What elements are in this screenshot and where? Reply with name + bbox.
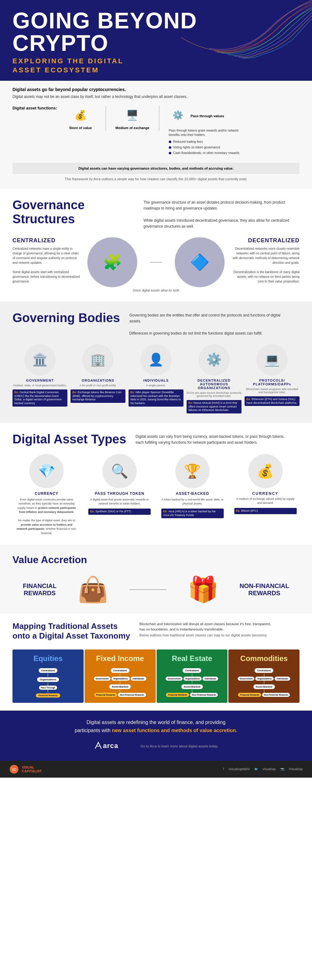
body-individuals: 👤 INDIVIDUALS A single person. Ex: NBA p… bbox=[129, 344, 183, 414]
individuals-subtitle: A single person. bbox=[129, 384, 183, 387]
fi-branch1: Government Organizations Individuals bbox=[94, 677, 146, 681]
fixed-income-title: Fixed Income bbox=[88, 654, 153, 663]
vc-logo-icon: VC bbox=[10, 765, 19, 774]
svg-text:arca: arca bbox=[103, 742, 118, 749]
governance-section: Governance Structures The governance str… bbox=[0, 189, 312, 302]
vc-label: VISUALCAPITALIST bbox=[22, 765, 42, 773]
gov-connector bbox=[150, 262, 162, 262]
government-icon: 🏛️ bbox=[24, 344, 56, 375]
header-decoration: .wv{fill:none;stroke-width:2;opacity:0.4… bbox=[181, 0, 312, 72]
fixed-income-tree: Centralized Government Organizations Ind… bbox=[88, 668, 153, 697]
social-visualcapitalist[interactable]: /visualcapitalist bbox=[229, 767, 250, 771]
footer-vc: VC VISUALCAPITALIST bbox=[10, 765, 42, 774]
re-branch1: Government Organizations Individuals bbox=[166, 677, 218, 681]
protocols-icon: 💻 bbox=[256, 344, 288, 375]
co-financial: Financial Rewards bbox=[238, 693, 261, 697]
mapping-sub: Below outlines how traditional asset cla… bbox=[140, 633, 277, 637]
value-divider bbox=[129, 589, 167, 590]
gift-icon: 🎁 bbox=[188, 575, 219, 604]
gift-icon-col: 🎁 bbox=[188, 575, 219, 604]
body-dao: ⚙️ DECENTRALIZED AUTONOMOUS ORGANIZATION… bbox=[186, 344, 242, 414]
pass-through-token-icon: 🔍 bbox=[102, 454, 137, 488]
individuals-example: Ex: NBA player Spencer Dinwiddie tokeniz… bbox=[129, 390, 183, 407]
re-organizations: Organizations bbox=[183, 677, 202, 681]
mapping-cols: Equities Centralized Organizations Pass … bbox=[13, 649, 299, 703]
governance-header: Governance Structures The governance str… bbox=[13, 198, 299, 229]
dao-subtitle: DAOs are open source blockchain protocol… bbox=[186, 391, 242, 398]
equities-tree: Centralized Organizations Pass Through F… bbox=[16, 668, 81, 698]
co-government: Government bbox=[238, 677, 254, 681]
bodies-row: 🏛️ GOVERNMENT Federal, state, or local g… bbox=[13, 344, 299, 414]
intro-note: Digital assets can have varying governan… bbox=[13, 163, 299, 174]
gov-centralized-desc: Centralized networks have a single entit… bbox=[13, 246, 81, 284]
government-example: Ex: Central Bank Digital Currencies (CBD… bbox=[13, 390, 67, 407]
asset-types-title: Digital Asset Types bbox=[13, 432, 126, 446]
asset-backed-title: ASSET-BACKED bbox=[161, 492, 224, 496]
eq-node-centralized: Centralized bbox=[39, 668, 57, 673]
organizations-icon: 🏢 bbox=[82, 344, 113, 375]
co-branch1: Government Organizations Individuals bbox=[238, 677, 290, 681]
re-asset-backed: Asset-Backed bbox=[181, 684, 203, 689]
store-of-value-icon: 💰 bbox=[71, 106, 90, 124]
fi-node-centralized: Centralized bbox=[111, 668, 129, 673]
pass-through-icon: ⚙️ bbox=[169, 106, 188, 124]
asset-types-header: Digital Asset Types Digital assets can v… bbox=[13, 432, 299, 446]
social-visualcap[interactable]: visualcap bbox=[263, 767, 276, 771]
gov-center: 🧩 🔷 Some digital assets allow for both bbox=[88, 237, 224, 292]
type-currency2: 💰 CURRENCY A medium of exchange valued s… bbox=[234, 454, 297, 536]
bodies-title: Governing Bodies bbox=[13, 311, 120, 325]
intro-framework: This framework by Arca outlines a simple… bbox=[13, 177, 299, 181]
eq-financial: Financial Rewards bbox=[36, 694, 60, 697]
functions-label: Digital asset functions: bbox=[13, 106, 57, 110]
re-node-centralized: Centralized bbox=[183, 668, 201, 673]
re-individuals: Individuals bbox=[202, 677, 218, 681]
individuals-title: INDIVIDUALS bbox=[129, 379, 183, 382]
government-subtitle: Federal, state, or local government bodi… bbox=[13, 384, 67, 387]
mapping-desc: Blockchain and tokenization will disrupt… bbox=[140, 621, 277, 632]
function-store-of-value: 💰 Store of value bbox=[65, 106, 96, 130]
arca-logo-svg: arca bbox=[94, 739, 131, 752]
social-instagram[interactable]: /visualcap bbox=[289, 767, 302, 771]
pass-through-token-desc: A digital asset that grants automatic re… bbox=[88, 498, 151, 506]
fi-individuals: Individuals bbox=[131, 677, 146, 681]
equities-title: Equities bbox=[16, 654, 81, 663]
mapping-header: Mapping Traditional Assetsonto a Digital… bbox=[13, 621, 299, 643]
protocols-title: PROTOCOLS/ PLATFORMS/DAPPs bbox=[245, 379, 299, 386]
social-instagram-icon: 📷 bbox=[280, 767, 284, 771]
intro-section: Digital assets go far beyond popular cry… bbox=[0, 81, 312, 189]
value-row: FINANCIALREWARDS 👜 🎁 NON-FINANCIALREWARD… bbox=[13, 575, 299, 604]
real-estate-title: Real Estate bbox=[160, 654, 224, 663]
currency2-icon: 💰 bbox=[248, 454, 283, 488]
bodies-desc: Governing bodies are the entities that o… bbox=[129, 311, 285, 336]
gov-centralized: CENTRALIZED Centralized networks have a … bbox=[13, 237, 81, 284]
governing-bodies-section: Governing Bodies Governing bodies are th… bbox=[0, 302, 312, 423]
co-non-financial: Non-Financial Rewards bbox=[262, 693, 290, 697]
asset-backed-example: Ex: Arca (ARCA) is a token backed by the… bbox=[161, 509, 224, 518]
eq-node-organizations: Organizations bbox=[37, 677, 59, 682]
social-twitter-icon: 🐦 bbox=[254, 767, 258, 771]
social-facebook[interactable]: f bbox=[223, 767, 224, 771]
function-pass-through: ⚙️ Pass through values Pass through toke… bbox=[169, 106, 247, 156]
gov-centralized-label: CENTRALIZED bbox=[13, 237, 81, 244]
currency1-title: CURRENCY bbox=[15, 492, 78, 496]
gov-decentralized-desc: Decentralized networks more closely rese… bbox=[231, 246, 299, 284]
asset-types-section: Digital Asset Types Digital assets can v… bbox=[0, 423, 312, 545]
asset-backed-icon: 🏆 bbox=[175, 454, 210, 488]
fi-non-financial: Non-Financial Rewards bbox=[118, 693, 146, 697]
pass-through-desc: Pass through tokens grant rewards and/or… bbox=[169, 129, 247, 156]
gov-icon-centralized: 🧩 bbox=[88, 237, 137, 287]
arca-logo-container: arca bbox=[94, 739, 131, 753]
currency2-badge: CURRENCY bbox=[234, 492, 297, 496]
footer-highlight: new asset functions and methods of value… bbox=[112, 728, 237, 733]
pass-through-title: PASS THROUGH TOKEN bbox=[88, 492, 151, 496]
medium-exchange-icon: 🖥️ bbox=[123, 106, 142, 124]
function-medium-exchange: 🖥️ Medium of exchange bbox=[115, 106, 150, 130]
fi-asset-backed: Asset-Backed bbox=[109, 684, 131, 689]
real-estate-tree: Centralized Government Organizations Ind… bbox=[160, 668, 224, 697]
gov-decentralized-label: DECENTRALIZED bbox=[231, 237, 299, 244]
body-government: 🏛️ GOVERNMENT Federal, state, or local g… bbox=[13, 344, 67, 414]
value-accretion-title: Value Accretion bbox=[13, 554, 299, 566]
gov-note: Some digital assets allow for both bbox=[133, 289, 180, 292]
svg-text:VC: VC bbox=[12, 768, 16, 772]
footer-banner: Digital assets are redefining the world … bbox=[0, 711, 312, 760]
